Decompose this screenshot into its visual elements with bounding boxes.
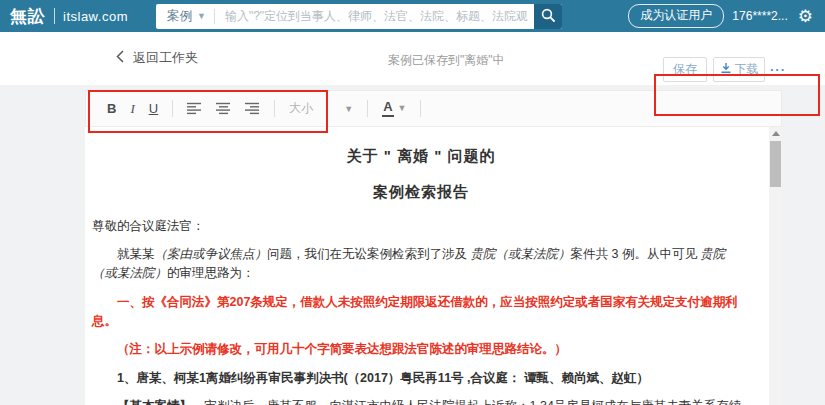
toolbar-separator	[274, 100, 275, 117]
chevron-down-icon: ▼	[197, 11, 206, 21]
font-color-label: A	[382, 100, 393, 116]
underline-button[interactable]: U	[149, 101, 158, 116]
search-box: 案例 ▼	[156, 4, 562, 29]
document-body[interactable]: 关于 " 离婚 " 问题的案例检索报告尊敬的合议庭法官：就某某（案由或争议焦点）…	[85, 127, 782, 405]
site-logo[interactable]: 無訟 itslaw.com	[10, 5, 128, 28]
font-color-dropdown[interactable]: A ▼	[382, 100, 406, 116]
top-header: 無訟 itslaw.com 案例 ▼ 成为认证用户 176****2... ⚙	[0, 0, 825, 32]
paragraph: 案例检索报告	[92, 180, 750, 203]
paragraph: 一、按《合同法》第207条规定，借款人未按照约定期限返还借款的，应当按照约定或者…	[92, 293, 750, 332]
back-to-workfolder-link[interactable]: 返回工作夹	[116, 49, 198, 67]
scrollbar-thumb[interactable]	[770, 141, 781, 187]
align-left-icon[interactable]	[187, 102, 202, 115]
scrollbar-up-arrow[interactable]	[769, 127, 782, 140]
download-label: 下载	[735, 61, 759, 78]
paragraph: 关于 " 离婚 " 问题的	[92, 144, 750, 167]
font-size-dropdown[interactable]: 大小 ▼	[289, 100, 353, 117]
username-text[interactable]: 176****2...	[732, 9, 787, 23]
paragraph: 【基本案情】一审判决后，唐某不服，向湛江市中级人民法院提起上诉称：1.34号房是…	[92, 397, 750, 405]
font-size-label: 大小	[289, 100, 313, 117]
document-page: 关于 " 离婚 " 问题的案例检索报告尊敬的合议庭法官：就某某（案由或争议焦点）…	[85, 127, 782, 405]
paragraph: 尊敬的合议庭法官：	[92, 217, 750, 236]
download-icon	[720, 62, 735, 77]
toolbar-separator	[367, 100, 368, 117]
italic-button[interactable]: I	[130, 101, 134, 117]
save-button[interactable]: 保存	[663, 57, 707, 82]
chevron-left-icon	[116, 50, 133, 66]
chevron-down-icon: ▼	[344, 104, 353, 114]
paragraph: 就某某（案由或争议焦点）问题，我们在无讼案例检索到了涉及 贵院（或某法院）案件共…	[92, 245, 750, 284]
formatting-toolbar: B I U 大小 ▼ A ▼	[85, 90, 782, 127]
search-input[interactable]	[215, 4, 534, 29]
paragraph: 1、唐某、柯某1离婚纠纷再审民事判决书(（2017）粤民再11号 ,合议庭： 谭…	[92, 369, 750, 388]
document-editor: B I U 大小 ▼ A ▼ 关于 " 离婚 " 问题的案例检索报告尊敬的合议庭…	[85, 90, 782, 405]
toolbar-separator	[420, 100, 421, 117]
header-right-cluster: 成为认证用户 176****2... ⚙	[628, 4, 825, 28]
align-right-icon[interactable]	[245, 102, 260, 115]
bold-button[interactable]: B	[107, 101, 116, 116]
logo-divider	[54, 8, 55, 24]
search-category-dropdown[interactable]: 案例 ▼	[156, 8, 214, 25]
align-center-icon[interactable]	[216, 102, 231, 115]
save-status-text: 案例已保存到"离婚"中	[388, 52, 505, 69]
search-button[interactable]	[534, 4, 562, 29]
triangle-up-icon	[772, 131, 780, 136]
back-link-label: 返回工作夹	[133, 49, 198, 67]
logo-mark: 無訟	[10, 5, 46, 28]
become-verified-user-button[interactable]: 成为认证用户	[628, 4, 724, 28]
document-action-bar: 返回工作夹 案例已保存到"离婚"中 保存 下载 ···	[0, 32, 825, 85]
search-category-label: 案例	[167, 8, 192, 25]
search-icon	[541, 8, 555, 25]
paragraph: （注：以上示例请修改，可用几十个字简要表达想跟法官陈述的审理思路结论。）	[92, 340, 750, 359]
chevron-down-icon: ▼	[398, 103, 407, 113]
download-button[interactable]: 下载	[713, 57, 765, 82]
toolbar-separator	[172, 100, 173, 117]
more-actions-button[interactable]: ···	[770, 57, 786, 82]
gear-icon[interactable]: ⚙	[798, 8, 813, 25]
vertical-scrollbar[interactable]	[769, 127, 782, 405]
logo-domain-text: itslaw.com	[63, 9, 128, 24]
